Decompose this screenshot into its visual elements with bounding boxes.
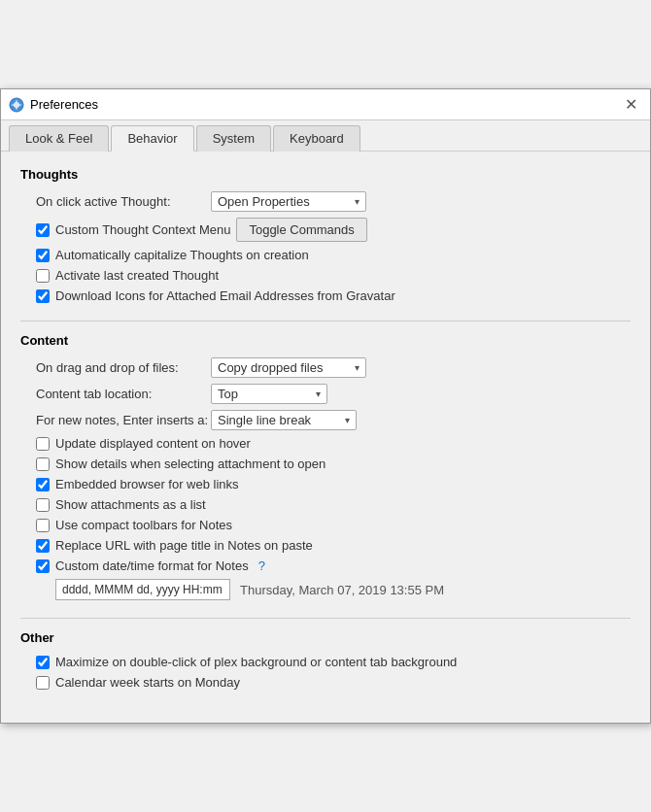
- date-format-input[interactable]: [55, 579, 230, 600]
- download-icons-row: Download Icons for Attached Email Addres…: [20, 288, 631, 303]
- tab-location-value: Top: [218, 387, 238, 401]
- maximize-dblclick-row: Maximize on double-click of plex backgro…: [20, 655, 631, 669]
- thoughts-title: Thoughts: [20, 167, 631, 182]
- activate-last-row: Activate last created Thought: [20, 268, 631, 283]
- other-title: Other: [20, 630, 631, 645]
- show-details-checkbox[interactable]: [36, 457, 50, 471]
- activate-last-label: Activate last created Thought: [55, 268, 219, 283]
- show-details-label: Show details when selecting attachment t…: [55, 457, 326, 471]
- custom-menu-label: Custom Thought Context Menu: [55, 222, 230, 237]
- show-details-row: Show details when selecting attachment t…: [20, 457, 631, 471]
- maximize-dblclick-checkbox[interactable]: [36, 656, 50, 669]
- custom-date-row: Custom date/time format for Notes ?: [20, 558, 631, 573]
- thoughts-section: Thoughts On click active Thought: Open P…: [20, 167, 631, 303]
- custom-date-label: Custom date/time format for Notes: [55, 558, 249, 573]
- replace-url-checkbox[interactable]: [36, 539, 50, 553]
- window-title: Preferences: [30, 97, 98, 112]
- embedded-browser-checkbox[interactable]: [36, 478, 50, 491]
- compact-toolbars-row: Use compact toolbars for Notes: [20, 518, 631, 532]
- on-click-row: On click active Thought: Open Properties…: [20, 191, 631, 212]
- tab-location-row: Content tab location: Top ▾: [20, 384, 631, 404]
- update-hover-row: Update displayed content on hover: [20, 436, 631, 451]
- content-title: Content: [20, 333, 631, 348]
- tab-location-label: Content tab location:: [36, 387, 211, 401]
- update-hover-checkbox[interactable]: [36, 437, 50, 451]
- drag-drop-dropdown[interactable]: Copy dropped files ▾: [211, 357, 366, 378]
- calendar-week-checkbox[interactable]: [36, 676, 50, 690]
- main-content: Thoughts On click active Thought: Open P…: [1, 152, 650, 723]
- new-notes-value: Single line break: [218, 413, 311, 427]
- on-click-label: On click active Thought:: [36, 194, 211, 209]
- dropdown-arrow-icon: ▾: [355, 196, 360, 207]
- date-preview: Thursday, March 07, 2019 13:55 PM: [240, 583, 444, 597]
- dropdown-arrow-icon2: ▾: [355, 362, 360, 373]
- drag-drop-label: On drag and drop of files:: [36, 360, 211, 375]
- auto-cap-label: Automatically capitalize Thoughts on cre…: [55, 248, 309, 262]
- toggle-commands-button[interactable]: Toggle Commands: [236, 218, 366, 242]
- tab-location-dropdown[interactable]: Top ▾: [211, 384, 327, 404]
- tab-look-feel[interactable]: Look & Feel: [9, 125, 109, 152]
- date-format-row: Thursday, March 07, 2019 13:55 PM: [20, 579, 631, 600]
- update-hover-label: Update displayed content on hover: [55, 436, 251, 451]
- tab-bar: Look & Feel Behavior System Keyboard: [1, 120, 650, 152]
- preferences-window: Preferences ✕ Look & Feel Behavior Syste…: [0, 88, 651, 724]
- dropdown-arrow-icon3: ▾: [316, 389, 321, 399]
- tab-system[interactable]: System: [196, 125, 271, 152]
- help-icon[interactable]: ?: [258, 558, 265, 573]
- show-attachments-checkbox[interactable]: [36, 498, 50, 512]
- svg-point-1: [14, 102, 19, 108]
- custom-date-checkbox[interactable]: [36, 559, 50, 573]
- show-attachments-row: Show attachments as a list: [20, 497, 631, 512]
- replace-url-row: Replace URL with page title in Notes on …: [20, 538, 631, 553]
- activate-last-checkbox[interactable]: [36, 269, 50, 283]
- embedded-browser-label: Embedded browser for web links: [55, 477, 239, 491]
- compact-toolbars-label: Use compact toolbars for Notes: [55, 518, 232, 532]
- custom-menu-checkbox[interactable]: [36, 223, 50, 237]
- auto-cap-checkbox[interactable]: [36, 249, 50, 262]
- close-button[interactable]: ✕: [619, 93, 642, 117]
- calendar-week-label: Calendar week starts on Monday: [55, 675, 240, 690]
- compact-toolbars-checkbox[interactable]: [36, 519, 50, 532]
- on-click-value: Open Properties: [218, 194, 310, 209]
- app-icon: [9, 97, 24, 113]
- title-bar: Preferences ✕: [1, 89, 650, 120]
- new-notes-row: For new notes, Enter inserts a: Single l…: [20, 410, 631, 430]
- new-notes-label: For new notes, Enter inserts a:: [36, 413, 211, 427]
- drag-drop-value: Copy dropped files: [218, 360, 323, 375]
- embedded-browser-row: Embedded browser for web links: [20, 477, 631, 491]
- new-notes-dropdown[interactable]: Single line break ▾: [211, 410, 357, 430]
- calendar-week-row: Calendar week starts on Monday: [20, 675, 631, 690]
- section-divider-2: [20, 618, 631, 619]
- download-icons-label: Download Icons for Attached Email Addres…: [55, 288, 395, 303]
- on-click-dropdown[interactable]: Open Properties ▾: [211, 191, 366, 212]
- tab-behavior[interactable]: Behavior: [111, 125, 193, 152]
- other-section: Other Maximize on double-click of plex b…: [20, 630, 631, 690]
- drag-drop-row: On drag and drop of files: Copy dropped …: [20, 357, 631, 378]
- auto-cap-row: Automatically capitalize Thoughts on cre…: [20, 248, 631, 262]
- replace-url-label: Replace URL with page title in Notes on …: [55, 538, 313, 553]
- dropdown-arrow-icon4: ▾: [345, 415, 350, 425]
- content-section: Content On drag and drop of files: Copy …: [20, 333, 631, 600]
- download-icons-checkbox[interactable]: [36, 289, 50, 303]
- maximize-dblclick-label: Maximize on double-click of plex backgro…: [55, 655, 457, 669]
- custom-menu-row: Custom Thought Context Menu Toggle Comma…: [20, 218, 631, 242]
- tab-keyboard[interactable]: Keyboard: [273, 125, 360, 152]
- show-attachments-label: Show attachments as a list: [55, 497, 206, 512]
- section-divider-1: [20, 321, 631, 321]
